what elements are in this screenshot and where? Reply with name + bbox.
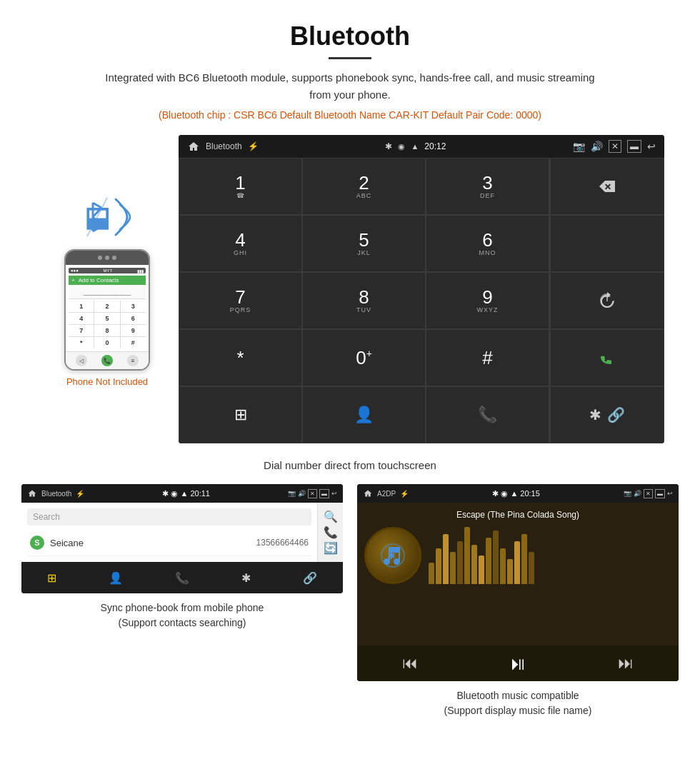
music-close-icon: ✕	[644, 489, 653, 498]
contacts-usb-icon: ⚡	[76, 490, 84, 498]
viz-bar-12	[514, 541, 520, 584]
music-back-icon: ↩	[667, 490, 673, 497]
music-vol-icon: 🔊	[634, 490, 641, 497]
contacts-loc-icon: ◉	[171, 489, 178, 498]
contacts-screen-block: Bluetooth ⚡ ✱ ◉ ▲ 20:11 📷 🔊 ✕ ▬ ↩	[21, 484, 343, 718]
contacts-nav-bt[interactable]: ✱	[241, 571, 251, 585]
contacts-nav-apps[interactable]: ⊞	[47, 571, 56, 585]
key-0[interactable]: 0+	[302, 329, 426, 386]
search-side-icon[interactable]: 🔍	[324, 510, 338, 523]
key-3[interactable]: 3 DEF	[426, 158, 549, 215]
search-bar[interactable]: Search	[27, 508, 311, 526]
key-2[interactable]: 2 ABC	[302, 158, 426, 215]
music-note-icon: ✱	[380, 543, 406, 568]
car-app-name: Bluetooth	[206, 141, 242, 151]
music-app-name: A2DP	[377, 490, 396, 498]
phone-bottom-bar: ◁ 📞 ≡	[66, 351, 149, 369]
music-mini-screen: A2DP ⚡ ✱ ◉ ▲ 20:15 📷 🔊 ✕ ▬ ↩ Escap	[357, 484, 679, 681]
contact-row[interactable]: S Seicane 13566664466	[27, 530, 311, 556]
title-underline	[329, 57, 371, 59]
viz-bar-2	[443, 534, 449, 584]
contacts-status-center: ✱ ◉ ▲ 20:11	[89, 489, 284, 498]
bottom-screens: Bluetooth ⚡ ✱ ◉ ▲ 20:11 📷 🔊 ✕ ▬ ↩	[0, 484, 700, 718]
viz-bar-7	[479, 556, 484, 584]
contacts-win-icon: ▬	[319, 489, 329, 498]
svg-text:✱: ✱	[387, 550, 396, 561]
backspace-button[interactable]	[550, 158, 664, 215]
music-time: 20:15	[520, 489, 540, 498]
play-pause-button[interactable]: ⏯	[509, 653, 527, 675]
contacts-icon-key[interactable]: 👤	[302, 386, 426, 443]
album-art: ✱	[364, 527, 421, 584]
sync-button[interactable]	[550, 272, 664, 329]
apps-icon-key[interactable]: ⊞	[179, 386, 302, 443]
page-title: Bluetooth	[14, 21, 686, 51]
car-status-bar: Bluetooth ⚡ ✱ ◉ ▲ 20:12 📷 🔊 ✕ ▬ ↩	[179, 135, 664, 158]
viz-bar-0	[429, 563, 434, 584]
call-side-icon[interactable]: 📞	[324, 526, 338, 539]
contacts-bt-icon: ✱	[162, 489, 169, 498]
contacts-nav-phone[interactable]: 📞	[175, 571, 189, 585]
call-button[interactable]	[550, 329, 664, 386]
contacts-sig-icon: ▲	[180, 489, 188, 498]
contacts-app-name: Bluetooth	[41, 490, 71, 498]
viz-bar-9	[493, 531, 499, 584]
viz-bar-14	[529, 552, 534, 584]
contacts-status-bar: Bluetooth ⚡ ✱ ◉ ▲ 20:11 📷 🔊 ✕ ▬ ↩	[21, 484, 343, 503]
contacts-cam-icon: 📷	[288, 490, 296, 497]
bt-status-icon: ✱	[385, 141, 392, 151]
contacts-nav-person[interactable]: 👤	[109, 571, 123, 585]
bt-nav-icon[interactable]: ✱	[589, 406, 601, 423]
music-controls: ⏮ ⏯ ⏭	[357, 645, 679, 681]
contacts-side-icons: 🔍 📞 🔄	[317, 503, 343, 562]
key-1[interactable]: 1 ☎	[179, 158, 302, 215]
phone-keypad: 1 2 3 4 5 6 7 8 9 * 0 #	[69, 301, 146, 348]
dial-caption: Dial number direct from touchscreen	[0, 451, 700, 484]
music-status-center: ✱ ◉ ▲ 20:15	[413, 489, 619, 498]
phone-icon-key[interactable]: 📞	[426, 386, 549, 443]
window-icon: ▬	[627, 140, 641, 153]
contacts-home-icon	[27, 489, 37, 498]
usb-icon: ⚡	[248, 141, 259, 151]
search-placeholder: Search	[33, 512, 60, 522]
phone-mockup: ●●● MYT ▮▮▮ Add to Contacts ____________…	[64, 249, 150, 371]
contacts-mini-screen: Bluetooth ⚡ ✱ ◉ ▲ 20:11 📷 🔊 ✕ ▬ ↩	[21, 484, 343, 593]
dialer-area: 1 ☎ 2 ABC 3 DEF 4 GHI 5 JKL	[179, 158, 664, 443]
next-track-button[interactable]: ⏭	[618, 654, 634, 673]
key-4[interactable]: 4 GHI	[179, 215, 302, 272]
music-usb-icon: ⚡	[400, 490, 409, 498]
music-song-title: Escape (The Pina Colada Song)	[364, 510, 671, 520]
phone-call-btn: 📞	[101, 355, 113, 366]
add-contacts-bar: Add to Contacts	[69, 276, 146, 285]
link-nav-icon[interactable]: 🔗	[607, 406, 625, 423]
key-7[interactable]: 7 PQRS	[179, 272, 302, 329]
side-bottom-row: ✱ 🔗	[550, 386, 664, 443]
side-empty-1	[550, 215, 664, 272]
prev-track-button[interactable]: ⏮	[402, 654, 418, 673]
bluetooth-wave-icon: ⬓	[79, 192, 136, 242]
viz-bar-1	[436, 548, 441, 584]
contacts-body: Search S Seicane 13566664466 🔍 📞 🔄	[21, 503, 343, 562]
camera-icon: 📷	[573, 141, 585, 152]
contacts-time: 20:11	[190, 489, 210, 498]
page-header: Bluetooth Integrated with BC6 Bluetooth …	[0, 0, 700, 135]
key-star[interactable]: *	[179, 329, 302, 386]
car-dialer-screen: Bluetooth ⚡ ✱ ◉ ▲ 20:12 📷 🔊 ✕ ▬ ↩ 1 ☎	[179, 135, 664, 443]
viz-bar-11	[507, 559, 513, 584]
phone-not-included-label: Phone Not Included	[66, 376, 148, 387]
home-icon	[187, 141, 200, 152]
key-hash[interactable]: #	[426, 329, 549, 386]
key-5[interactable]: 5 JKL	[302, 215, 426, 272]
phone-top-bar	[66, 251, 149, 265]
key-6[interactable]: 6 MNO	[426, 215, 549, 272]
music-screen-block: A2DP ⚡ ✱ ◉ ▲ 20:15 📷 🔊 ✕ ▬ ↩ Escap	[357, 484, 679, 718]
contacts-vol-icon: 🔊	[298, 490, 306, 497]
music-status-right: 📷 🔊 ✕ ▬ ↩	[624, 489, 673, 498]
key-9[interactable]: 9 WXYZ	[426, 272, 549, 329]
viz-bar-6	[471, 545, 477, 584]
close-icon: ✕	[609, 140, 621, 153]
sync-side-icon[interactable]: 🔄	[324, 541, 338, 555]
contacts-nav-link[interactable]: 🔗	[303, 571, 317, 585]
location-icon: ◉	[398, 142, 405, 151]
key-8[interactable]: 8 TUV	[302, 272, 426, 329]
